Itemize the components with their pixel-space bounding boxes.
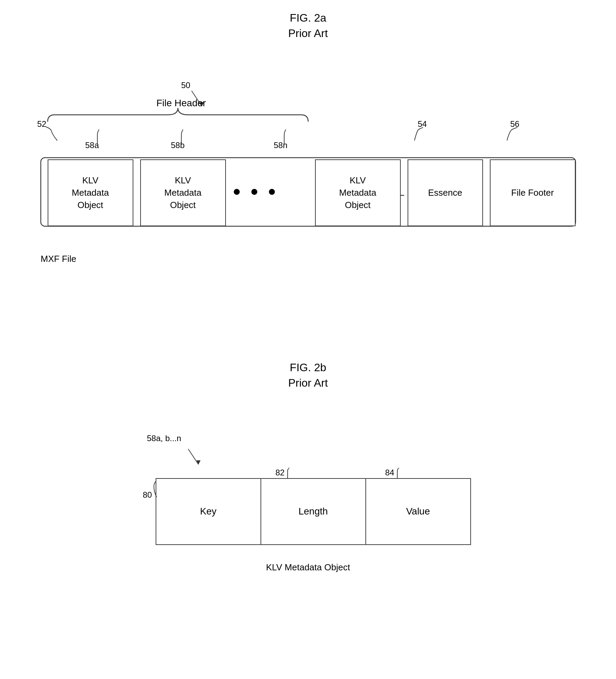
fig2a-diagram: 50 52 54 56 58a 58b 58n File Header KLVM… bbox=[34, 62, 582, 274]
fig2b-diagram: 58a, b...n 80 82 84 Key Length Value KLV… bbox=[120, 411, 497, 576]
box-value: Value bbox=[366, 479, 470, 544]
box-essence: Essence bbox=[408, 159, 483, 226]
box-klv-58n: KLVMetadataObject bbox=[315, 159, 401, 226]
fig2b-section: FIG. 2b Prior Art 58a, b...n 80 82 84 bbox=[0, 360, 616, 555]
ref-58b: 58b bbox=[171, 141, 185, 150]
page-container: FIG. 2a Prior Art bbox=[0, 0, 616, 679]
ref-52: 52 bbox=[37, 119, 47, 129]
fig2a-subtitle: Prior Art bbox=[0, 26, 616, 41]
ref-56: 56 bbox=[510, 119, 520, 129]
ref-58a: 58a bbox=[85, 141, 99, 150]
ref-58abn: 58a, b...n bbox=[147, 434, 181, 443]
fig2b-label: FIG. 2b bbox=[0, 360, 616, 375]
box-file-footer: File Footer bbox=[490, 159, 576, 226]
fig2b-title: FIG. 2b Prior Art bbox=[0, 360, 616, 391]
ref-50: 50 bbox=[181, 81, 191, 90]
box-klv-58b: KLVMetadataObject bbox=[140, 159, 226, 226]
fig2b-subtitle: Prior Art bbox=[0, 375, 616, 391]
box-length: Length bbox=[261, 479, 366, 544]
ref-82: 82 bbox=[276, 468, 285, 477]
ref-54: 54 bbox=[418, 119, 427, 129]
mxf-file-label: MXF File bbox=[41, 254, 76, 264]
ref-80: 80 bbox=[143, 490, 152, 500]
ref-84: 84 bbox=[385, 468, 395, 477]
ref-58n: 58n bbox=[274, 141, 288, 150]
box-key: Key bbox=[156, 479, 261, 544]
box-klv-58a: KLVMetadataObject bbox=[48, 159, 133, 226]
fig2a-title: FIG. 2a Prior Art bbox=[0, 10, 616, 41]
fig2a-section: FIG. 2a Prior Art bbox=[0, 10, 616, 254]
fig2a-label: FIG. 2a bbox=[0, 10, 616, 26]
klv-object-container: Key Length Value bbox=[156, 478, 471, 545]
klv-caption: KLV Metadata Object bbox=[120, 562, 497, 573]
ellipsis-dots: ● ● ● bbox=[233, 183, 279, 199]
file-header-label: File Header bbox=[130, 98, 233, 109]
svg-marker-2 bbox=[196, 460, 201, 464]
